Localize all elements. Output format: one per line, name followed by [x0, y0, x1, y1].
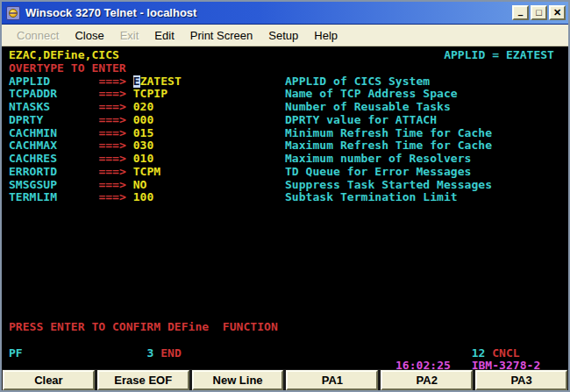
field-value-smsgsup[interactable]: NO [133, 179, 147, 191]
field-desc-dprty: DPRTY value for ATTACH [285, 114, 437, 126]
menu-item-close[interactable]: Close [67, 26, 111, 45]
pf-line-seg-3: 12 [472, 347, 486, 360]
overtype-notice: OVERTYPE TO ENTER [9, 62, 126, 75]
field-desc-cachmax: Maximum Refresh Time for Cache [285, 139, 492, 152]
minimize-icon: – [517, 11, 523, 20]
menu-item-setup[interactable]: Setup [260, 26, 306, 45]
field-label-cachmax: CACHMAX [9, 139, 57, 152]
field-value-cachmin[interactable]: 015 [133, 127, 154, 139]
field-label-cachmin: CACHMIN [9, 127, 57, 139]
minimize-button[interactable]: – [512, 5, 529, 20]
field-desc-cachmin: Minimum Refresh Time for Cache [285, 127, 492, 139]
field-label-termlim: TERMLIM [9, 191, 57, 203]
menu-item-connect: Connect [9, 26, 67, 45]
field-arrow-cachres: ===> [98, 153, 125, 165]
field-desc-ntasks: Number of Reusable Tasks [285, 101, 451, 113]
confirm-message: PRESS ENTER TO CONFIRM DEFine FUNCTION [9, 321, 278, 333]
pf-line-seg-4: CNCL [492, 347, 519, 360]
field-label-ntasks: NTASKS [9, 101, 50, 113]
field-label-cachres: CACHRES [9, 153, 57, 165]
field-arrow-ntasks: ===> [98, 101, 125, 113]
field-label-errortd: ERRORTD [9, 166, 57, 178]
menu-item-help[interactable]: Help [306, 26, 346, 45]
field-value-applid[interactable]: ZATEST [140, 75, 182, 88]
field-arrow-errortd: ===> [98, 166, 125, 178]
terminal-screen[interactable]: EZAC,DEFine,CICSAPPLID = EZATESTOVERTYPE… [2, 46, 568, 369]
panel-applid: APPLID = EZATEST [444, 49, 554, 61]
panel-command: EZAC,DEFine,CICS [9, 49, 119, 61]
field-arrow-tcpaddr: ===> [98, 88, 125, 100]
globe-icon [9, 9, 18, 18]
field-value-tcpaddr[interactable]: TCPIP [133, 88, 167, 100]
field-desc-applid: APPLID of CICS System [285, 75, 430, 88]
maximize-button[interactable]: □ [531, 5, 547, 20]
field-desc-tcpaddr: Name of TCP Address Space [285, 88, 458, 100]
pf-line-seg-0: PF [9, 347, 23, 360]
field-arrow-applid: ===> [98, 75, 125, 88]
close-button[interactable]: ✕ [549, 5, 566, 20]
field-desc-smsgsup: Suppress Task Started Messages [285, 179, 492, 191]
pf-line-seg-2: END [160, 347, 182, 360]
app-window: Winsock 3270 Telnet - localhost –□✕ Conn… [0, 0, 570, 392]
field-desc-errortd: TD Queue for Error Messages [285, 166, 471, 178]
window-title: Winsock 3270 Telnet - localhost [25, 6, 512, 19]
status-terminal-model: IBM-3278-2 [472, 360, 541, 369]
field-label-applid: APPLID [9, 75, 50, 88]
close-icon: ✕ [553, 8, 561, 18]
field-arrow-cachmin: ===> [98, 127, 125, 139]
window-controls: –□✕ [512, 5, 566, 20]
field-value-errortd[interactable]: TCPM [133, 166, 160, 178]
keypad-bar: ClearErase EOFNew LinePA1PA2PA3 [2, 369, 568, 390]
menu-item-exit: Exit [112, 26, 147, 45]
menu-item-print-screen[interactable]: Print Screen [182, 26, 261, 45]
field-label-smsgsup: SMSGSUP [9, 179, 57, 191]
terminal-cursor[interactable]: E [133, 75, 140, 88]
field-value-cachres[interactable]: 010 [133, 153, 154, 165]
field-desc-cachres: Maximum number of Resolvers [285, 153, 471, 165]
app-icon[interactable] [6, 6, 20, 20]
keypad-button-pa2[interactable]: PA2 [381, 370, 473, 390]
field-arrow-cachmax: ===> [98, 139, 125, 152]
field-label-dprty: DPRTY [9, 114, 43, 126]
field-arrow-smsgsup: ===> [98, 179, 125, 191]
field-value-termlim[interactable]: 100 [133, 191, 154, 203]
field-value-cachmax[interactable]: 030 [133, 139, 154, 152]
field-desc-termlim: Subtask Termination Limit [285, 191, 458, 203]
keypad-button-new-line[interactable]: New Line [192, 370, 284, 390]
menu-item-edit[interactable]: Edit [146, 26, 182, 45]
field-value-ntasks[interactable]: 020 [133, 101, 154, 113]
keypad-button-erase-eof[interactable]: Erase EOF [97, 370, 189, 390]
maximize-icon: □ [536, 8, 542, 18]
field-arrow-dprty: ===> [98, 114, 125, 126]
field-label-tcpaddr: TCPADDR [9, 88, 57, 100]
field-value-dprty[interactable]: 000 [133, 114, 154, 126]
menubar: ConnectCloseExitEditPrint ScreenSetupHel… [2, 25, 568, 46]
field-arrow-termlim: ===> [98, 191, 125, 203]
status-time: 16:02:25 [395, 360, 451, 369]
titlebar[interactable]: Winsock 3270 Telnet - localhost –□✕ [2, 2, 568, 25]
keypad-button-pa3[interactable]: PA3 [475, 370, 567, 390]
keypad-button-pa1[interactable]: PA1 [286, 370, 378, 390]
pf-line-seg-1: 3 [147, 347, 154, 360]
keypad-button-clear[interactable]: Clear [3, 370, 95, 390]
